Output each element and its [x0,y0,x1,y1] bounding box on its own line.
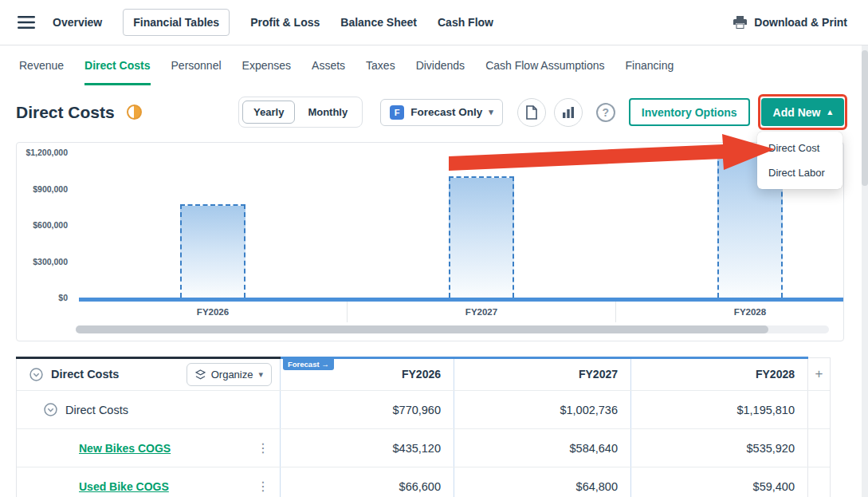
nav-profit-loss[interactable]: Profit & Loss [250,16,320,29]
row-label: Direct Costs [65,404,128,416]
monthly-button[interactable]: Monthly [297,101,359,124]
inventory-options-button[interactable]: Inventory Options [629,98,750,126]
add-new-container: Add New ▴ Direct Cost Direct Labor [761,98,844,126]
page-toolbar: Direct Costs Yearly Monthly F Forecast O… [0,85,868,137]
primary-nav: Overview Financial Tables Profit & Loss … [53,9,493,36]
row-link-new-bikes-cogs[interactable]: New Bikes COGS [79,442,171,455]
forecast-badge: Forecast → [283,359,334,370]
top-nav: Overview Financial Tables Profit & Loss … [0,0,868,45]
tab-cash-flow-assumptions[interactable]: Cash Flow Assumptions [485,45,604,85]
direct-costs-table: Forecast → Direct Costs Organize ▾ FY202… [16,357,831,497]
nav-financial-tables[interactable]: Financial Tables [123,9,230,36]
page-scrollbar [862,45,868,497]
tab-financing[interactable]: Financing [626,45,674,85]
chevron-down-icon: ▾ [489,108,493,116]
forecast-bar-fy2026[interactable] [180,204,245,298]
coin-help-icon[interactable] [127,105,142,120]
tab-revenue[interactable]: Revenue [19,45,64,85]
table-header-row: Direct Costs Organize ▾ FY2026 FY2027 FY… [17,358,830,390]
cell-value[interactable]: $770,960 [280,391,454,428]
kebab-menu-icon[interactable]: ⋮ [257,440,269,456]
tab-personnel[interactable]: Personnel [171,45,222,85]
tab-direct-costs[interactable]: Direct Costs [84,45,150,85]
y-tick-label: $600,000 [33,220,68,230]
printer-icon [733,16,747,29]
chart-y-axis: $1,200,000 $900,000 $600,000 $300,000 $0 [17,152,73,298]
forecast-filter-select[interactable]: F Forecast Only ▾ [380,99,503,126]
cell-value[interactable]: $1,002,736 [454,391,630,428]
table-title: Direct Costs [51,368,119,381]
download-print-button[interactable]: Download & Print [733,16,847,29]
chart-horizontal-scrollbar [76,325,829,333]
menu-item-direct-cost[interactable]: Direct Cost [757,136,842,160]
y-tick-label: $900,000 [33,184,68,194]
y-tick-label: $300,000 [33,257,68,266]
add-new-menu: Direct Cost Direct Labor [757,132,842,189]
chevron-up-icon: ▴ [827,108,832,116]
add-new-button[interactable]: Add New ▴ [761,98,844,126]
chart-plot [79,152,844,298]
page-title: Direct Costs [16,103,115,122]
add-column-button[interactable]: + [807,358,830,390]
scrollbar-thumb[interactable] [76,325,768,333]
layers-icon [195,369,206,380]
export-document-button[interactable] [517,98,546,127]
nav-balance-sheet[interactable]: Balance Sheet [340,16,417,29]
tab-dividends[interactable]: Dividends [416,45,465,85]
help-icon[interactable]: ? [596,103,615,122]
download-print-label: Download & Print [754,16,847,29]
collapse-icon[interactable] [44,403,57,416]
y-tick-label: $0 [58,293,68,302]
tab-expenses[interactable]: Expenses [242,45,291,85]
forecast-f-icon: F [390,105,404,120]
cell-value[interactable]: $435,120 [280,429,454,467]
document-icon [526,105,537,120]
organize-button[interactable]: Organize ▾ [187,363,272,386]
yearly-button[interactable]: Yearly [242,101,295,124]
table-row-new-bikes-cogs: New Bikes COGS ⋮ $435,120 $584,640 $535,… [17,428,830,467]
chart-x-axis: FY2026 FY2027 FY2028 [79,302,844,322]
menu-item-direct-labor[interactable]: Direct Labor [757,160,842,185]
column-header-fy2027[interactable]: FY2027 [454,358,630,390]
x-tick-label: FY2028 [615,302,844,322]
hamburger-menu-icon[interactable] [18,16,35,29]
x-tick-label: FY2026 [79,302,347,322]
x-tick-label: FY2027 [347,302,615,322]
nav-overview[interactable]: Overview [53,16,102,29]
direct-costs-chart: $1,200,000 $900,000 $600,000 $300,000 $0… [16,142,844,341]
bar-chart-icon [562,106,575,119]
cell-value[interactable]: $535,920 [630,429,807,467]
cell-value[interactable]: $59,400 [630,467,807,497]
add-new-label: Add New [773,106,821,119]
table-row-used-bike-cogs: Used Bike COGS ⋮ $66,600 $64,800 $59,400 [17,467,830,497]
chart-view-button[interactable] [554,98,583,127]
cell-value[interactable]: $1,195,810 [630,391,807,428]
page-scrollbar-thumb[interactable] [862,50,868,186]
column-header-fy2028[interactable]: FY2028 [630,358,807,390]
table-top-border-forecast [281,357,808,359]
tab-assets[interactable]: Assets [312,45,345,85]
financial-tabs: Revenue Direct Costs Personnel Expenses … [0,45,868,85]
chevron-down-icon: ▾ [258,370,263,379]
forecast-bar-fy2027[interactable] [449,176,514,298]
collapse-icon[interactable] [29,368,43,381]
table-row-direct-costs-group: Direct Costs $770,960 $1,002,736 $1,195,… [17,390,830,428]
cell-value[interactable]: $64,800 [454,467,630,497]
cell-value[interactable]: $584,640 [454,429,630,467]
tab-taxes[interactable]: Taxes [366,45,395,85]
forecast-filter-value: Forecast Only [410,106,482,118]
table-top-border-dark [16,357,281,359]
organize-label: Organize [211,369,253,381]
cell-value[interactable]: $66,600 [280,467,454,497]
y-tick-label: $1,200,000 [26,148,68,157]
row-link-used-bike-cogs[interactable]: Used Bike COGS [79,480,169,493]
period-toggle: Yearly Monthly [238,97,363,128]
kebab-menu-icon[interactable]: ⋮ [257,479,269,494]
nav-cash-flow[interactable]: Cash Flow [438,16,493,29]
